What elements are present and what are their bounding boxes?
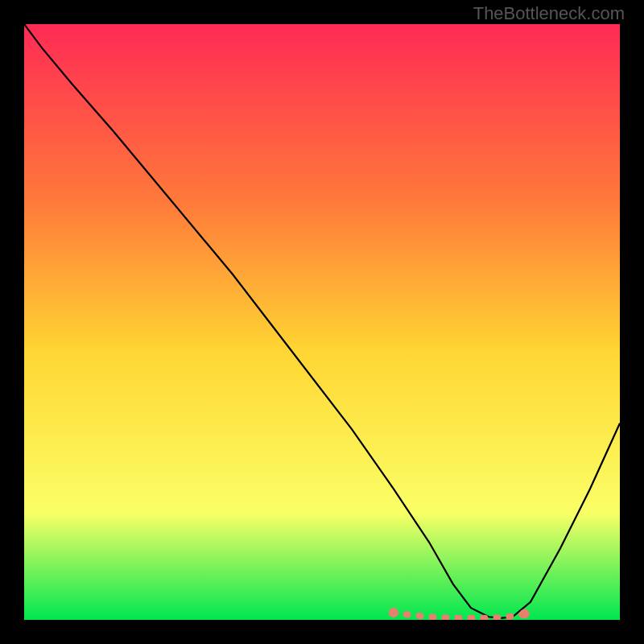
highlight-end-dot (520, 609, 530, 619)
gradient-background (24, 24, 620, 620)
plot-area (24, 24, 620, 620)
highlight-end-dot (389, 608, 398, 617)
chart-container: TheBottleneck.com (0, 0, 644, 644)
watermark-text: TheBottleneck.com (473, 3, 625, 24)
chart-svg (24, 24, 620, 620)
